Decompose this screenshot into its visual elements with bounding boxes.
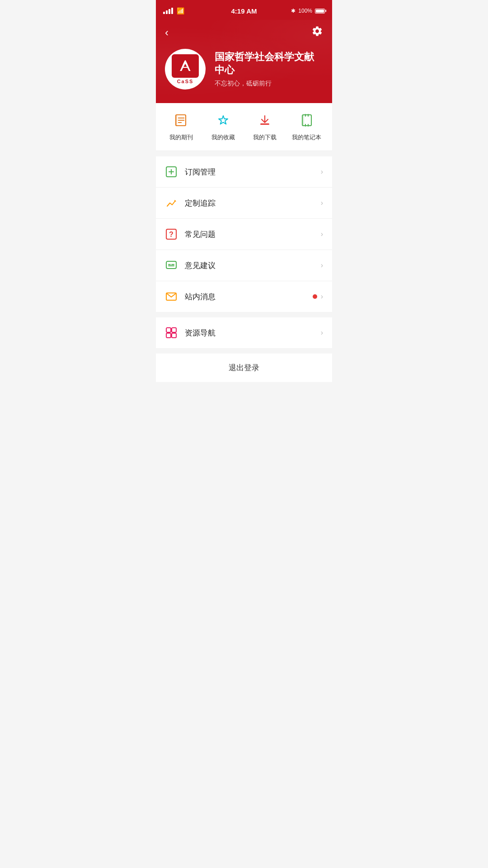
favorites-icon xyxy=(216,114,230,129)
svg-rect-2 xyxy=(175,115,177,126)
action-downloads[interactable]: 我的下载 xyxy=(244,114,286,142)
logout-section[interactable]: 退出登录 xyxy=(156,354,332,382)
action-journal[interactable]: 我的期刊 xyxy=(160,114,202,142)
battery-percent: 100% xyxy=(298,8,312,14)
header: ‹ CaSS 国家哲学社会科学文献中心 不忘初心，砥砺前行 xyxy=(156,20,332,103)
action-notebook[interactable]: 我的笔记本 xyxy=(286,114,328,142)
menu-item-custom-track[interactable]: 定制追踪 › xyxy=(156,188,332,219)
settings-button[interactable] xyxy=(311,25,323,40)
feedback-label: 意见建议 xyxy=(185,260,321,271)
menu-item-faq[interactable]: ? 常见问题 › xyxy=(156,219,332,250)
menu-section-2: 资源导航 › xyxy=(156,317,332,348)
custom-track-label: 定制追踪 xyxy=(185,198,321,208)
status-bar: 📶 4:19 AM ✱ 100% xyxy=(156,0,332,20)
bluetooth-icon: ✱ xyxy=(291,8,296,14)
menu-item-subscription[interactable]: 订阅管理 › xyxy=(156,156,332,188)
chevron-icon: › xyxy=(321,199,323,207)
chevron-icon: › xyxy=(321,261,323,269)
svg-text:?: ? xyxy=(169,231,174,238)
favorites-label: 我的收藏 xyxy=(211,133,235,142)
subscription-icon xyxy=(165,165,178,178)
svg-rect-6 xyxy=(260,123,269,125)
avatar: CaSS xyxy=(165,49,206,90)
svg-rect-23 xyxy=(166,328,171,332)
svg-rect-18 xyxy=(166,261,176,269)
wifi-icon: 📶 xyxy=(177,7,184,14)
resource-nav-icon xyxy=(165,326,178,339)
subscription-label: 订阅管理 xyxy=(185,167,321,177)
back-button[interactable]: ‹ xyxy=(165,27,169,38)
messages-icon xyxy=(165,290,178,303)
menu-section-1: 订阅管理 › 定制追踪 › ? 常见问题 › xyxy=(156,156,332,312)
menu-item-messages[interactable]: 站内消息 › xyxy=(156,281,332,312)
header-text: 国家哲学社会科学文献中心 不忘初心，砥砺前行 xyxy=(215,51,323,87)
chevron-icon: › xyxy=(321,230,323,238)
downloads-icon xyxy=(258,114,272,129)
svg-rect-0 xyxy=(175,57,195,75)
action-favorites[interactable]: 我的收藏 xyxy=(202,114,244,142)
cass-label: CaSS xyxy=(177,79,194,84)
menu-item-resource-nav[interactable]: 资源导航 › xyxy=(156,317,332,348)
menu-item-feedback[interactable]: 意见建议 › xyxy=(156,250,332,281)
logout-button[interactable]: 退出登录 xyxy=(229,363,259,372)
custom-track-icon xyxy=(165,197,178,209)
status-right: ✱ 100% xyxy=(291,8,325,14)
message-badge xyxy=(313,294,317,299)
notebook-label: 我的笔记本 xyxy=(292,133,321,142)
cass-logo-svg xyxy=(175,57,195,75)
downloads-label: 我的下载 xyxy=(253,133,277,142)
status-left: 📶 xyxy=(163,7,184,14)
feedback-icon xyxy=(165,259,178,272)
app-title: 国家哲学社会科学文献中心 xyxy=(215,51,323,76)
svg-rect-26 xyxy=(172,333,176,338)
resource-nav-label: 资源导航 xyxy=(185,328,321,338)
logo-box xyxy=(172,54,199,78)
app-subtitle: 不忘初心，砥砺前行 xyxy=(215,80,323,88)
chevron-icon: › xyxy=(321,168,323,176)
header-profile: CaSS 国家哲学社会科学文献中心 不忘初心，砥砺前行 xyxy=(165,49,323,90)
chevron-icon: › xyxy=(321,292,323,301)
quick-actions: 我的期刊 我的收藏 我的下载 xyxy=(156,103,332,151)
messages-label: 站内消息 xyxy=(185,292,313,302)
faq-icon: ? xyxy=(165,228,178,241)
battery-icon xyxy=(315,9,325,14)
signal-icon xyxy=(163,8,173,14)
gear-icon xyxy=(311,25,323,37)
faq-label: 常见问题 xyxy=(185,229,321,240)
notebook-icon xyxy=(300,114,314,129)
journal-icon xyxy=(174,114,188,129)
svg-rect-25 xyxy=(166,333,171,338)
journal-label: 我的期刊 xyxy=(169,133,193,142)
svg-rect-8 xyxy=(302,115,304,126)
chevron-icon: › xyxy=(321,329,323,337)
header-nav: ‹ xyxy=(165,25,323,40)
svg-rect-24 xyxy=(172,328,176,332)
status-time: 4:19 AM xyxy=(231,7,257,15)
